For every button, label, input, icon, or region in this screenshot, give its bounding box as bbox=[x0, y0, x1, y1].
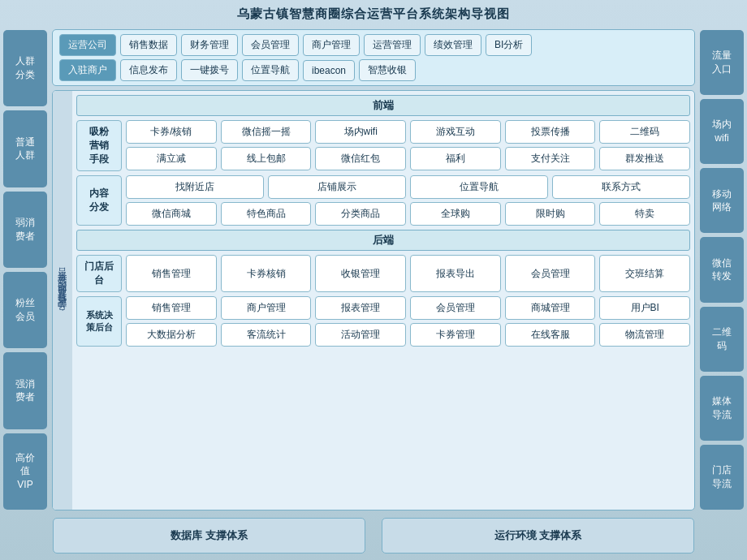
left-item-5[interactable]: 高价值VIP bbox=[3, 433, 47, 510]
right-item-5[interactable]: 媒体导流 bbox=[700, 376, 744, 441]
frontend-row-3: 找附近店 店铺展示 位置导航 联系方式 bbox=[126, 175, 690, 199]
cell-discount[interactable]: 满立减 bbox=[126, 147, 217, 170]
right-item-3[interactable]: 微信转发 bbox=[700, 237, 744, 302]
backend-title: 后端 bbox=[76, 230, 690, 251]
right-item-2[interactable]: 移动网络 bbox=[700, 168, 744, 233]
cell-sales-mgmt[interactable]: 销售管理 bbox=[126, 255, 217, 292]
cell-redpacket[interactable]: 微信红包 bbox=[315, 147, 406, 170]
cell-coupon-verify[interactable]: 卡券核销 bbox=[221, 255, 312, 292]
cell-flow-stat[interactable]: 客流统计 bbox=[221, 323, 312, 347]
cell-contact[interactable]: 联系方式 bbox=[552, 175, 690, 199]
frontend-grid-1: 卡券/核销 微信摇一摇 场内wifi 游戏互动 投票传播 二维码 满立减 线上包… bbox=[126, 120, 690, 171]
cell-limited[interactable]: 限时购 bbox=[505, 202, 596, 226]
left-item-0[interactable]: 人群分类 bbox=[3, 30, 47, 106]
frontend-rows-1-2: 吸粉营销手段 卡券/核销 微信摇一摇 场内wifi 游戏互动 投票传播 二维码 bbox=[76, 120, 690, 171]
vert-label-col: 乌蒙古镇智慧商超圈综合运营平台 bbox=[53, 91, 72, 510]
cell-b-merchant[interactable]: 商户管理 bbox=[221, 296, 312, 320]
nav-ibeacon-btn[interactable]: ibeacon bbox=[303, 60, 355, 81]
frontend-row-2: 满立减 线上包邮 微信红包 福利 支付关注 群发推送 bbox=[126, 147, 690, 170]
cell-cashier-mgmt[interactable]: 收银管理 bbox=[315, 255, 406, 292]
nav-row-2: 入驻商户 信息发布 一键拨号 位置导航 ibeacon 智慧收银 bbox=[59, 59, 688, 81]
cell-shift[interactable]: 交班结算 bbox=[599, 255, 690, 292]
nav-ops-btn[interactable]: 运营管理 bbox=[364, 34, 421, 56]
cell-nearby[interactable]: 找附近店 bbox=[126, 175, 264, 199]
nav-dial-btn[interactable]: 一键拨号 bbox=[181, 59, 238, 81]
cell-shop-display[interactable]: 店铺展示 bbox=[268, 175, 406, 199]
backend-row-1: 门店后台 销售管理 卡券核销 收银管理 报表导出 会员管理 交班结算 bbox=[76, 255, 690, 292]
nav-sales-btn[interactable]: 销售数据 bbox=[120, 34, 177, 56]
nav-cashier-btn[interactable]: 智慧收银 bbox=[359, 59, 416, 81]
runtime-support-bar: 运行环境 支撑体系 bbox=[382, 518, 694, 554]
cell-report-export[interactable]: 报表导出 bbox=[410, 255, 501, 292]
nav-perf-btn[interactable]: 绩效管理 bbox=[425, 34, 481, 56]
cell-special-goods[interactable]: 特色商品 bbox=[221, 202, 312, 226]
nav-finance-btn[interactable]: 财务管理 bbox=[181, 34, 238, 56]
cell-location-nav[interactable]: 位置导航 bbox=[410, 175, 548, 199]
nav-merchant-btn[interactable]: 商户管理 bbox=[303, 34, 360, 56]
backend-label-store: 门店后台 bbox=[76, 255, 122, 292]
middle-row: 人群分类 普通人群 弱消费者 粉丝会员 强消费者 高价值VIP 运营公司 销售数… bbox=[0, 26, 747, 514]
vert-label-text: 乌蒙古镇智慧商超圈综合运营平台 bbox=[57, 282, 67, 318]
right-item-6[interactable]: 门店导流 bbox=[700, 445, 744, 510]
cell-member-mgmt[interactable]: 会员管理 bbox=[505, 255, 596, 292]
nav-nav-btn[interactable]: 位置导航 bbox=[242, 59, 299, 81]
center-panel: 运营公司 销售数据 财务管理 会员管理 商户管理 运营管理 绩效管理 BI分析 … bbox=[50, 26, 697, 514]
right-item-0[interactable]: 流量入口 bbox=[700, 30, 744, 95]
left-item-3[interactable]: 粉丝会员 bbox=[3, 272, 47, 348]
cell-wifi[interactable]: 场内wifi bbox=[315, 120, 406, 144]
backend-label-system: 系统决策后台 bbox=[76, 296, 122, 347]
nav-member-btn[interactable]: 会员管理 bbox=[242, 34, 299, 56]
frontend-label-content: 内容分发 bbox=[76, 175, 122, 226]
nav-info-btn[interactable]: 信息发布 bbox=[120, 59, 177, 81]
cell-b-userbi[interactable]: 用户BI bbox=[599, 296, 690, 320]
cell-logistics[interactable]: 物流管理 bbox=[599, 323, 690, 347]
nav-row-1: 运营公司 销售数据 财务管理 会员管理 商户管理 运营管理 绩效管理 BI分析 bbox=[59, 34, 688, 56]
cell-vote[interactable]: 投票传播 bbox=[505, 120, 596, 144]
cell-coupon-mgmt[interactable]: 卡券管理 bbox=[410, 323, 501, 347]
cell-b-member[interactable]: 会员管理 bbox=[410, 296, 501, 320]
top-nav: 运营公司 销售数据 财务管理 会员管理 商户管理 运营管理 绩效管理 BI分析 … bbox=[52, 29, 695, 86]
frontend-row-1: 卡券/核销 微信摇一摇 场内wifi 游戏互动 投票传播 二维码 bbox=[126, 120, 690, 144]
left-item-4[interactable]: 强消费者 bbox=[3, 352, 47, 429]
cell-coupon[interactable]: 卡券/核销 bbox=[126, 120, 217, 144]
right-item-4[interactable]: 二维码 bbox=[700, 307, 744, 372]
cell-mail[interactable]: 线上包邮 bbox=[221, 147, 312, 170]
right-item-1[interactable]: 场内wifi bbox=[700, 99, 744, 164]
diagram-box: 乌蒙古镇智慧商超圈综合运营平台 前端 吸粉营销手段 卡券/核销 微信摇一摇 场 bbox=[52, 90, 695, 510]
backend-grid: 销售管理 商户管理 报表管理 会员管理 商城管理 用户BI 大数据分析 客流统计… bbox=[126, 296, 690, 347]
cell-b-sales[interactable]: 销售管理 bbox=[126, 296, 217, 320]
cell-activity[interactable]: 活动管理 bbox=[315, 323, 406, 347]
cell-b-mall[interactable]: 商城管理 bbox=[505, 296, 596, 320]
cell-wechat-mall[interactable]: 微信商城 bbox=[126, 202, 217, 226]
frontend-row-4: 微信商城 特色商品 分类商品 全球购 限时购 特卖 bbox=[126, 202, 690, 226]
left-item-1[interactable]: 普通人群 bbox=[3, 110, 47, 187]
backend-rows-2-3: 系统决策后台 销售管理 商户管理 报表管理 会员管理 商城管理 用户BI bbox=[76, 296, 690, 347]
cell-b-report[interactable]: 报表管理 bbox=[315, 296, 406, 320]
nav-merchant-enter-btn[interactable]: 入驻商户 bbox=[59, 59, 116, 81]
frontend-label-attract: 吸粉营销手段 bbox=[76, 120, 122, 171]
frontend-grid-2: 找附近店 店铺展示 位置导航 联系方式 微信商城 特色商品 分类商品 全球购 限… bbox=[126, 175, 690, 226]
nav-company-btn[interactable]: 运营公司 bbox=[59, 34, 116, 56]
cell-broadcast[interactable]: 群发推送 bbox=[599, 147, 690, 170]
backend-row-3: 大数据分析 客流统计 活动管理 卡券管理 在线客服 物流管理 bbox=[126, 323, 690, 347]
nav-bi-btn[interactable]: BI分析 bbox=[486, 34, 532, 56]
cell-pay-follow[interactable]: 支付关注 bbox=[505, 147, 596, 170]
cell-welfare[interactable]: 福利 bbox=[410, 147, 501, 170]
cell-bigdata[interactable]: 大数据分析 bbox=[126, 323, 217, 347]
backend-row-2: 销售管理 商户管理 报表管理 会员管理 商城管理 用户BI bbox=[126, 296, 690, 320]
frontend-title: 前端 bbox=[76, 95, 690, 116]
db-support-bar: 数据库 支撑体系 bbox=[53, 518, 365, 554]
cell-sale[interactable]: 特卖 bbox=[599, 202, 690, 226]
page-title: 乌蒙古镇智慧商圈综合运营平台系统架构导视图 bbox=[0, 0, 747, 26]
cell-category[interactable]: 分类商品 bbox=[315, 202, 406, 226]
frontend-rows-3-4: 内容分发 找附近店 店铺展示 位置导航 联系方式 微信商城 特色商品 bbox=[76, 175, 690, 226]
main-container: 乌蒙古镇智慧商圈综合运营平台系统架构导视图 人群分类 普通人群 弱消费者 粉丝会… bbox=[0, 0, 747, 560]
cell-wechat-shake[interactable]: 微信摇一摇 bbox=[221, 120, 312, 144]
right-panel: 流量入口 场内wifi 移动网络 微信转发 二维码 媒体导流 门店导流 bbox=[697, 26, 747, 514]
cell-online-service[interactable]: 在线客服 bbox=[505, 323, 596, 347]
cell-global-buy[interactable]: 全球购 bbox=[410, 202, 501, 226]
cell-game[interactable]: 游戏互动 bbox=[410, 120, 501, 144]
left-item-2[interactable]: 弱消费者 bbox=[3, 192, 47, 268]
diag-main: 前端 吸粉营销手段 卡券/核销 微信摇一摇 场内wifi 游戏互动 投票传播 二… bbox=[72, 91, 694, 510]
cell-qr[interactable]: 二维码 bbox=[599, 120, 690, 144]
